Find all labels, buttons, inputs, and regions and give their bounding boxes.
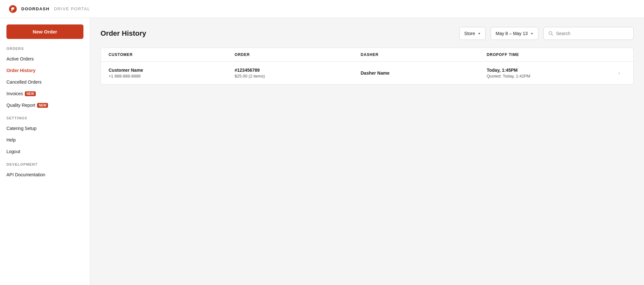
customer-cell: Customer Name +1 888-888-8888 <box>109 68 235 78</box>
sidebar-item-logout[interactable]: Logout <box>0 146 90 157</box>
content-header: Order History Store ▼ May 8 – May 13 ▼ <box>101 27 634 40</box>
sidebar: New Order ORDERSActive OrdersOrder Histo… <box>0 18 90 285</box>
table-rows: Customer Name +1 888-888-8888 #123456789… <box>101 62 633 84</box>
row-chevron-icon: › <box>613 70 626 76</box>
top-nav: DOORDASH DRIVE PORTAL <box>0 0 644 18</box>
sidebar-item-api-docs[interactable]: API Documentation <box>0 169 90 180</box>
sidebar-section-label: ORDERS <box>0 47 90 51</box>
dropoff-cell: Today, 1:45PM Quoted: Today, 1:42PM <box>487 68 613 78</box>
col-chevron-spacer <box>613 52 626 57</box>
store-filter-dropdown[interactable]: Store ▼ <box>459 27 485 40</box>
sidebar-item-quality-report[interactable]: Quality ReportNew <box>0 99 90 111</box>
sidebar-section-label: DEVELOPMENT <box>0 162 90 166</box>
main-content: Order History Store ▼ May 8 – May 13 ▼ <box>90 18 644 285</box>
date-range-label: May 8 – May 13 <box>495 31 528 36</box>
main-layout: New Order ORDERSActive OrdersOrder Histo… <box>0 18 644 285</box>
sidebar-item-label: Logout <box>6 149 20 154</box>
col-order: ORDER <box>235 52 360 57</box>
table-row[interactable]: Customer Name +1 888-888-8888 #123456789… <box>101 62 633 84</box>
sidebar-item-catering-setup[interactable]: Catering Setup <box>0 123 90 134</box>
date-range-filter-dropdown[interactable]: May 8 – May 13 ▼ <box>491 27 538 40</box>
sidebar-item-label: Quality Report <box>6 103 35 108</box>
col-customer: CUSTOMER <box>109 52 235 57</box>
sidebar-item-label: Help <box>6 137 16 142</box>
order-amount: $25.00 (2 items) <box>235 74 360 78</box>
doordash-logo-icon <box>8 4 18 14</box>
date-range-chevron-icon: ▼ <box>530 32 533 35</box>
sidebar-item-order-history[interactable]: Order History <box>0 65 90 76</box>
order-cell: #123456789 $25.00 (2 items) <box>235 68 360 78</box>
table-header: CUSTOMER ORDER DASHER DROPOFF TIME <box>101 48 633 62</box>
dropoff-quoted: Quoted: Today, 1:42PM <box>487 74 613 78</box>
search-box <box>543 27 634 40</box>
col-dropoff-time: DROPOFF TIME <box>487 52 613 57</box>
sidebar-section-settings: SETTINGSCatering SetupHelpLogout <box>0 116 90 157</box>
sidebar-item-invoices[interactable]: InvoicesNew <box>0 88 90 99</box>
dasher-cell: Dasher Name <box>361 70 487 76</box>
store-filter-label: Store <box>464 31 475 36</box>
sidebar-item-cancelled-orders[interactable]: Cancelled Orders <box>0 76 90 88</box>
sidebar-item-label: Active Orders <box>6 56 34 61</box>
sidebar-section-development: DEVELOPMENTAPI Documentation <box>0 162 90 180</box>
dasher-name: Dasher Name <box>361 70 487 76</box>
sidebar-item-label: Cancelled Orders <box>6 79 42 85</box>
sidebar-item-label: Order History <box>6 68 35 73</box>
sidebar-item-label: Catering Setup <box>6 126 36 131</box>
svg-line-2 <box>552 34 553 35</box>
col-dasher: DASHER <box>361 52 487 57</box>
brand-name: DOORDASH <box>21 6 50 11</box>
dropoff-time: Today, 1:45PM <box>487 68 613 73</box>
sidebar-item-help[interactable]: Help <box>0 134 90 146</box>
store-filter-chevron-icon: ▼ <box>478 32 481 35</box>
new-badge: New <box>37 103 48 108</box>
customer-phone: +1 888-888-8888 <box>109 74 235 78</box>
order-id: #123456789 <box>235 68 360 73</box>
sidebar-sections: ORDERSActive OrdersOrder HistoryCancelle… <box>0 47 90 180</box>
new-badge: New <box>25 91 35 96</box>
svg-point-0 <box>11 10 13 11</box>
order-table: CUSTOMER ORDER DASHER DROPOFF TIME Custo… <box>101 48 634 85</box>
logo-area: DOORDASH DRIVE PORTAL <box>8 4 90 14</box>
sidebar-item-label: Invoices <box>6 91 23 96</box>
search-icon <box>548 31 553 36</box>
sidebar-section-label: SETTINGS <box>0 116 90 120</box>
customer-name: Customer Name <box>109 68 235 73</box>
sidebar-item-active-orders[interactable]: Active Orders <box>0 53 90 65</box>
page-title: Order History <box>101 29 454 38</box>
portal-name: DRIVE PORTAL <box>54 6 90 11</box>
sidebar-item-label: API Documentation <box>6 172 45 177</box>
sidebar-section-orders: ORDERSActive OrdersOrder HistoryCancelle… <box>0 47 90 111</box>
new-order-button[interactable]: New Order <box>6 24 83 39</box>
search-input[interactable] <box>556 31 629 36</box>
